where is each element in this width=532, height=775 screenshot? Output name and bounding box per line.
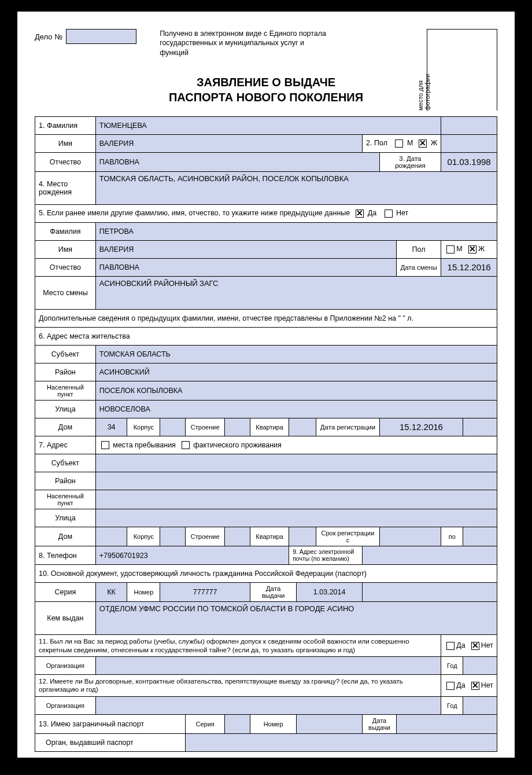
received-note: Получено в электронном виде с Единого по…	[160, 29, 333, 57]
q11-year[interactable]	[463, 656, 497, 674]
q11-org[interactable]	[95, 656, 441, 674]
building[interactable]	[224, 418, 250, 436]
phone[interactable]: +79506701923	[95, 546, 289, 565]
q11: 11. Был ли на Вас за период работы (учеб…	[35, 635, 441, 657]
series-label: Серия	[35, 583, 96, 602]
addr2-street-label: Улица	[35, 509, 96, 527]
q13-date[interactable]	[396, 714, 497, 733]
sex-m-checkbox[interactable]	[395, 139, 403, 148]
q11-year-label: Год	[441, 656, 463, 674]
addr2-subject[interactable]	[95, 454, 497, 472]
q11-no[interactable]	[471, 642, 479, 650]
series[interactable]: КК	[95, 583, 127, 602]
prev-name[interactable]: ВАЛЕРИЯ	[95, 240, 396, 258]
q13-series-label: Серия	[186, 714, 224, 733]
issuer[interactable]: ОТДЕЛОМ УФМС РОССИИ ПО ТОМСКОЙ ОБЛАСТИ В…	[95, 602, 497, 635]
q12-no[interactable]	[471, 682, 479, 690]
issue-date[interactable]: 1.03.2014	[297, 583, 363, 602]
prev-sex-field: М Ж	[441, 240, 497, 258]
q11-yes[interactable]	[446, 642, 455, 650]
korpus2[interactable]	[160, 527, 186, 546]
addr2-locality[interactable]	[95, 490, 497, 509]
photo-placeholder: место для фотографии	[427, 29, 497, 111]
change-place[interactable]: АСИНОВСКИЙ РАЙОННЫЙ ЗАГС	[95, 276, 497, 309]
main-table: 1. Фамилия ТЮМЕНЦЕВА Имя ВАЛЕРИЯ 2. Пол …	[35, 116, 497, 752]
issuer-label: Кем выдан	[35, 602, 96, 635]
reg-date[interactable]: 15.12.2016	[379, 418, 463, 436]
q13-label: 13. Имею заграничный паспорт	[35, 714, 186, 733]
q12-org-label: Организация	[35, 696, 96, 714]
addr2-district-label: Район	[35, 472, 96, 490]
addr2-district[interactable]	[95, 472, 497, 490]
reg-to[interactable]	[463, 527, 497, 546]
addr-subject[interactable]: ТОМСКАЯ ОБЛАСТЬ	[95, 345, 497, 363]
q11-org-label: Организация	[35, 656, 96, 674]
flat2[interactable]	[289, 527, 316, 546]
sex-field: 2. Пол М Ж	[363, 134, 441, 152]
prev-surname[interactable]: ПЕТРОВА	[95, 222, 497, 240]
number-label: Номер	[127, 583, 160, 602]
q12-year[interactable]	[463, 696, 497, 714]
name-value[interactable]: ВАЛЕРИЯ	[95, 134, 362, 152]
korpus-label: Корпус	[127, 418, 160, 436]
reg-from[interactable]	[379, 527, 441, 546]
sex-f-checkbox[interactable]	[419, 139, 427, 148]
korpus[interactable]	[160, 418, 186, 436]
addr-locality-label: Населенный пункт	[35, 381, 96, 400]
q13-series[interactable]	[224, 714, 250, 733]
name-label: Имя	[35, 134, 96, 152]
q12-yes[interactable]	[446, 682, 455, 690]
flat2-label: Квартира	[250, 527, 289, 546]
house2-label: Дом	[35, 527, 96, 546]
prev-patr[interactable]: ПАВЛОВНА	[95, 258, 396, 276]
actual-checkbox[interactable]	[182, 441, 190, 449]
q13-number-label: Номер	[250, 714, 296, 733]
addr2-street[interactable]	[95, 509, 497, 527]
house2[interactable]	[95, 527, 127, 546]
building2-label: Строение	[186, 527, 224, 546]
surname-label: 1. Фамилия	[35, 116, 96, 134]
change-date[interactable]: 15.12.2016	[441, 258, 497, 276]
prev-yes-checkbox[interactable]	[356, 210, 364, 218]
addr-street[interactable]: НОВОСЕЛОВА	[95, 400, 497, 418]
reg-to-label: по	[441, 527, 463, 546]
flat[interactable]	[289, 418, 316, 436]
prev-sex-label: Пол	[396, 240, 441, 258]
prev-sex-m-checkbox[interactable]	[446, 245, 455, 254]
addr-district-label: Район	[35, 363, 96, 381]
doc-header: 10. Основной документ, удостоверяющий ли…	[35, 565, 497, 583]
q12-org[interactable]	[95, 696, 441, 714]
flat-label: Квартира	[250, 418, 289, 436]
change-place-label: Место смены	[35, 276, 96, 309]
addr-locality[interactable]: ПОСЕЛОК КОПЫЛОВКА	[95, 381, 497, 400]
email[interactable]	[363, 546, 497, 565]
building2[interactable]	[224, 527, 250, 546]
korpus2-label: Корпус	[127, 527, 160, 546]
q13-date-label: Дата выдачи	[363, 714, 397, 733]
q11-answer: Да Нет	[441, 635, 497, 657]
email-label: 9. Адрес электронной почты (по желанию)	[289, 546, 363, 565]
q12: 12. Имеете ли Вы договорные, контрактные…	[35, 674, 441, 696]
patronymic-label: Отчество	[35, 152, 96, 171]
house[interactable]: 34	[95, 418, 127, 436]
dob-value[interactable]: 01.03.1998	[441, 152, 497, 171]
q13-issuer[interactable]	[186, 733, 497, 751]
addr2-label: 7. Адрес	[35, 436, 96, 454]
prev-names-question: 5. Если ранее имели другие фамилию, имя,…	[35, 204, 497, 222]
birthplace-value[interactable]: ТОМСКАЯ ОБЛАСТЬ, АСИНОВСКИЙ РАЙОН, ПОСЕЛ…	[95, 171, 497, 204]
prev-name-label: Имя	[35, 240, 96, 258]
stay-checkbox[interactable]	[101, 441, 109, 449]
delo-input[interactable]	[66, 29, 136, 44]
addr-subject-label: Субъект	[35, 345, 96, 363]
delo-label: Дело №	[35, 32, 62, 41]
patronymic-value[interactable]: ПАВЛОВНА	[95, 152, 379, 171]
surname-value[interactable]: ТЮМЕНЦЕВА	[95, 116, 441, 134]
prev-no-checkbox[interactable]	[385, 210, 393, 218]
addr2-subject-label: Субъект	[35, 454, 96, 472]
q13-number[interactable]	[297, 714, 363, 733]
number[interactable]: 777777	[160, 583, 250, 602]
addr-district[interactable]: АСИНОВСКИЙ	[95, 363, 497, 381]
issue-date-label: Дата выдачи	[250, 583, 296, 602]
prev-sex-f-checkbox[interactable]	[468, 245, 476, 254]
change-date-label: Дата смены	[396, 258, 441, 276]
